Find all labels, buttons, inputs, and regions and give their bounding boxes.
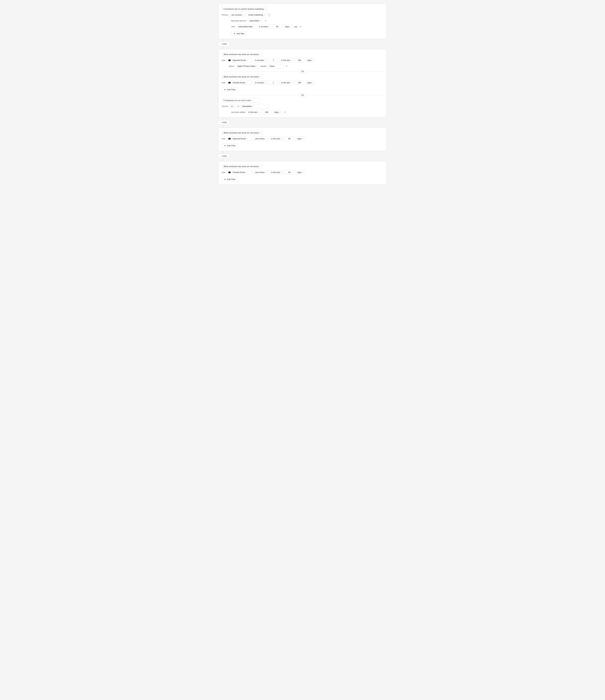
in-the-last-dropdown-3[interactable]: in the last ▾ [247, 110, 260, 114]
filter-icon-4: ▼ [224, 178, 226, 180]
chevron-down-icon: ▾ [266, 138, 266, 140]
remove-and-row-button[interactable]: ✕ [299, 25, 302, 28]
page-container: If someone can or cannot receive marketi… [218, 4, 387, 184]
and-button-3[interactable]: + AND [218, 154, 229, 158]
add-filter-button-2[interactable]: ▼ Add Filter [222, 87, 238, 92]
days-dropdown-2[interactable]: days ▾ [305, 80, 315, 85]
block2-cond2-main-dropdown[interactable]: What someone has done (or not done) ▾ [222, 75, 262, 79]
chevron-down-icon: ▾ [312, 59, 313, 61]
in-the-last-dropdown-4[interactable]: in the last ▾ [269, 136, 283, 141]
chevron-down-icon: ▾ [260, 132, 260, 134]
and-connector-2: + AND [218, 117, 387, 128]
days-dropdown[interactable]: days ▾ [283, 24, 293, 29]
days-dropdown-1[interactable]: days ▾ [305, 58, 315, 62]
days-dropdown-4[interactable]: days ▾ [296, 136, 305, 141]
is-at-least-dropdown[interactable]: is at least ▾ [257, 24, 271, 29]
chevron-down-icon: ▾ [265, 82, 266, 83]
days-value-input-5[interactable] [285, 170, 294, 174]
days-dropdown-3[interactable]: days ▾ [273, 110, 282, 114]
in-the-last-dropdown-1[interactable]: in the last ▾ [279, 58, 294, 62]
apple-privacy-dropdown[interactable]: Apple Privacy Open ▾ [235, 64, 259, 68]
and-was-added-label: and was added [231, 111, 245, 113]
filter-icon-3: ▼ [224, 145, 226, 147]
remove-subscribed-button[interactable]: ✕ [264, 20, 267, 22]
subscribed-dropdown[interactable]: subscribed ▾ [247, 19, 263, 23]
block1-add-filter-row: ▼ Add filter [222, 30, 383, 36]
block2-cond1-main-row: What someone has done (or not done) ▾ [222, 52, 383, 56]
count-input-2[interactable] [269, 80, 278, 85]
block2-cond3-added-row: and was added in the last ▾ days ▾ ✕ [222, 110, 383, 114]
add-filter-button-4[interactable]: ▼ Add Filter [222, 177, 238, 181]
chevron-down-icon: ▾ [234, 105, 234, 107]
and-line-top [223, 39, 223, 42]
clicked-email-dropdown-2[interactable]: Clicked Email ▾ [227, 170, 252, 174]
block1-because-row: Because person subscribed ▾ ✕ [222, 19, 383, 23]
and-line-top-2 [223, 117, 223, 120]
block2-cond3-main-dropdown[interactable]: If someone is in or not in a list ▾ [222, 98, 260, 103]
in-the-last-dropdown-2[interactable]: in the last ▾ [279, 80, 294, 85]
count-input-1[interactable] [269, 58, 278, 62]
block3-main-dropdown[interactable]: What someone has done (or not done) ▾ [222, 131, 262, 135]
days-value-input-2[interactable] [295, 80, 304, 85]
opened-email-dropdown-2[interactable]: Opened Email ▾ [227, 136, 252, 141]
is-at-least-dropdown-2[interactable]: is at least ▾ [253, 80, 267, 85]
zero-times-dropdown-1[interactable]: zero times ▾ [253, 136, 268, 141]
chevron-down-icon: ▾ [281, 171, 282, 173]
chevron-down-icon: ▾ [269, 26, 270, 27]
chevron-down-icon: ▾ [260, 166, 260, 167]
chevron-down-icon: ▾ [290, 26, 291, 27]
chevron-down-icon: ▾ [260, 53, 260, 55]
where-label: where [229, 65, 234, 67]
block2-cond1-main-dropdown[interactable]: What someone has done (or not done) ▾ [222, 52, 262, 56]
person-label: Person [222, 14, 228, 16]
zero-times-dropdown-2[interactable]: zero times ▾ [253, 170, 268, 174]
block1-main-row: If someone can or cannot receive marketi… [222, 7, 383, 11]
block1-main-dropdown[interactable]: If someone can or cannot receive marketi… [222, 7, 267, 11]
is-dropdown-3[interactable]: is ▾ [229, 104, 236, 108]
chevron-down-icon: ▾ [312, 82, 313, 83]
clicked-email-dropdown-1[interactable]: Clicked Email ▾ [227, 80, 252, 85]
days-value-input-3[interactable] [262, 110, 271, 114]
days-value-input[interactable] [273, 24, 282, 29]
chevron-down-icon: ▾ [247, 138, 247, 140]
subscribed-date-dropdown[interactable]: subscribed date ▾ [236, 24, 256, 29]
in-the-last-dropdown-5[interactable]: in the last ▾ [269, 170, 283, 174]
chevron-down-icon: ▾ [303, 138, 303, 140]
chevron-down-icon: ▾ [246, 82, 247, 83]
remove-where-button[interactable]: ✕ [285, 65, 288, 68]
email-marketing-dropdown[interactable]: email marketing ▾ [247, 13, 267, 17]
and-line-top-3 [223, 151, 223, 154]
or-button-1[interactable]: OR [299, 70, 306, 73]
chevron-down-icon: ▾ [264, 14, 264, 16]
remove-added-row-button[interactable]: ✕ [283, 111, 287, 114]
chevron-down-icon: ▾ [258, 111, 259, 113]
or-button-2[interactable]: OR [299, 94, 306, 97]
or-divider-2: OR [222, 94, 383, 97]
and-button-2[interactable]: + AND [218, 120, 229, 125]
chevron-down-icon: ▾ [291, 59, 292, 61]
chevron-down-icon: ▾ [303, 171, 303, 173]
block4-main-dropdown[interactable]: What someone has done (or not done) ▾ [222, 164, 262, 169]
email-icon-2 [228, 82, 231, 83]
days-dropdown-5[interactable]: days ▾ [296, 170, 305, 174]
has-label-4: Has [222, 171, 225, 174]
can-receive-dropdown[interactable]: can receive ▾ [229, 13, 245, 17]
days-value-input-4[interactable] [285, 136, 294, 141]
email-icon-4 [228, 172, 231, 173]
filter-icon-2: ▼ [224, 89, 226, 91]
and-button-1[interactable]: + AND [218, 42, 229, 46]
days-value-input-1[interactable] [295, 58, 304, 62]
add-filter-button-3[interactable]: ▼ Add Filter [222, 143, 238, 148]
chevron-down-icon: ▾ [243, 14, 244, 16]
chevron-down-icon: ▾ [252, 100, 253, 101]
block2-cond2-add-filter-row: ▼ Add Filter [222, 86, 383, 92]
add-filter-button[interactable]: ▼ Add filter [231, 31, 247, 36]
equals-value-input[interactable] [268, 64, 284, 68]
newsletter-dropdown[interactable]: Newsletter ▾ [241, 104, 269, 108]
opened-email-dropdown-1[interactable]: Opened Email ▾ [227, 58, 252, 62]
is-at-least-dropdown-1[interactable]: is at least ▾ [253, 58, 267, 62]
person-label-3: Person [222, 105, 228, 107]
chevron-down-icon: ▾ [253, 26, 254, 27]
and-line-bottom-2 [223, 125, 223, 128]
ago-label: ago [294, 25, 298, 28]
